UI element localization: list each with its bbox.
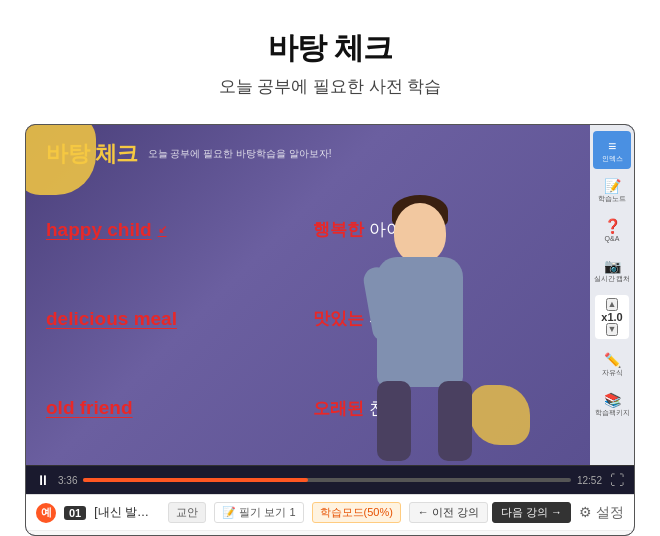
video-screen[interactable]: 바탕 체크 오늘 공부에 필요한 바탕학습을 알아보자! happy child… [26, 125, 590, 465]
progress-fill [83, 478, 307, 482]
video-container: 바탕 체크 오늘 공부에 필요한 바탕학습을 알아보자! happy child… [25, 124, 635, 536]
sidebar-label-package: 학습팩키지 [595, 409, 630, 416]
lesson-tag-button[interactable]: 교안 [168, 502, 206, 523]
note-icon-inline: 📝 [222, 506, 236, 519]
page-header: 바탕 체크 오늘 공부에 필요한 사전 학습 [219, 0, 442, 108]
video-controls: ⏸ 3:36 12:52 ⛶ [26, 465, 634, 494]
info-number: 01 [64, 506, 86, 520]
free-icon: ✏️ [604, 353, 621, 367]
slide-description: 오늘 공부에 필요한 바탕학습을 알아보자! [148, 147, 332, 161]
note-tag-label: 필기 보기 1 [239, 505, 295, 520]
sidebar-label-note: 학습노트 [598, 195, 626, 202]
sidebar-label-free: 자유식 [602, 369, 623, 376]
presenter-area [330, 185, 510, 465]
note-tag-button[interactable]: 📝 필기 보기 1 [214, 502, 303, 523]
sidebar-label-qa: Q&A [605, 235, 620, 242]
vocab-en-3: old friend [46, 366, 303, 451]
sidebar-btn-qa[interactable]: ❓ Q&A [593, 211, 631, 249]
breadcrumb-bar: <3강> 서술형_명사를 수식하는 현재분사 [26, 530, 634, 536]
sidebar-btn-index[interactable]: ≡ 인덱스 [593, 131, 631, 169]
vocab-en-1: happy child ↙ [46, 187, 303, 272]
speed-control: ▲ x1.0 ▼ [595, 295, 629, 339]
note-icon: 📝 [604, 179, 621, 193]
time-current: 3:36 [58, 475, 77, 486]
vocab-en-2: delicious meal [46, 276, 303, 361]
sidebar-label-index: 인덱스 [602, 155, 623, 162]
capture-icon: 📷 [604, 259, 621, 273]
mode-badge: 학습모드(50%) [312, 502, 401, 523]
next-lecture-button[interactable]: 다음 강의 → [492, 502, 571, 523]
sidebar-btn-capture[interactable]: 📷 실시간 캡처 [593, 251, 631, 289]
nav-buttons: ← 이전 강의 다음 강의 → [409, 502, 571, 523]
speed-down-button[interactable]: ▼ [606, 323, 619, 336]
info-badge: 예 [36, 503, 56, 523]
index-icon: ≡ [608, 139, 616, 153]
sidebar-label-capture: 실시간 캡처 [594, 275, 631, 282]
slide-title: 바탕 체크 [46, 139, 138, 169]
sidebar-btn-note[interactable]: 📝 학습노트 [593, 171, 631, 209]
page-title: 바탕 체크 [219, 28, 442, 69]
fullscreen-button[interactable]: ⛶ [610, 472, 624, 488]
play-button[interactable]: ⏸ [36, 472, 50, 488]
sidebar-btn-free[interactable]: ✏️ 자유식 [593, 345, 631, 383]
sidebar-btn-package[interactable]: 📚 학습팩키지 [593, 385, 631, 423]
prev-lecture-button[interactable]: ← 이전 강의 [409, 502, 488, 523]
time-total: 12:52 [577, 475, 602, 486]
progress-bar[interactable] [83, 478, 571, 482]
settings-button[interactable]: ⚙ 설정 [579, 504, 624, 522]
info-bar: 예 01 [내신 발전 돌발@ 20] 중 3-2 영어 : 동아윤_서술형 F… [26, 494, 634, 530]
video-sidebar: ≡ 인덱스 📝 학습노트 ❓ Q&A 📷 실시간 캡처 ▲ x1.0 [590, 125, 634, 465]
page-subtitle: 오늘 공부에 필요한 사전 학습 [219, 75, 442, 98]
speed-value: x1.0 [598, 311, 626, 323]
info-title: [내신 발전 돌발@ 20] 중 3-2 영어 : 동아윤_서술형 FOC... [94, 504, 160, 521]
qa-icon: ❓ [604, 219, 621, 233]
speed-up-button[interactable]: ▲ [606, 298, 619, 311]
progress-area: 3:36 12:52 [58, 475, 602, 486]
package-icon: 📚 [604, 393, 621, 407]
